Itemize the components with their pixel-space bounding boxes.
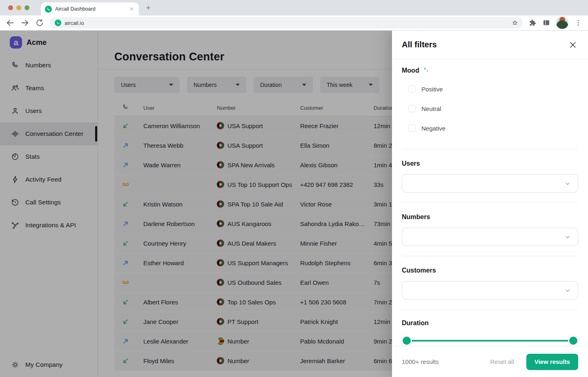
extensions-button[interactable]	[528, 19, 537, 27]
aircall-favicon-icon	[45, 6, 52, 13]
panel-body: Mood Positive Neutral Negative Users Num…	[392, 59, 588, 346]
aircall-favicon-icon	[55, 20, 61, 26]
chevron-down-icon	[564, 233, 571, 241]
window-zoom-button[interactable]	[24, 5, 29, 10]
numbers-filter-section: Numbers	[402, 202, 578, 256]
slider-handle-max[interactable]	[569, 337, 577, 345]
dropdown-sections: Users Numbers Customers	[402, 149, 578, 309]
mood-section-title: Mood	[402, 67, 419, 74]
duration-section-title: Duration	[402, 319, 578, 327]
tab-title: Aircall Dashboard	[55, 6, 125, 12]
mood-option-neutral[interactable]: Neutral	[402, 99, 578, 118]
sparkles-icon	[422, 67, 430, 74]
mood-filter-section: Mood Positive Neutral Negative	[402, 59, 578, 149]
browser-tab[interactable]: Aircall Dashboard	[41, 2, 139, 16]
mood-option-negative[interactable]: Negative	[402, 118, 578, 138]
numbers-select[interactable]	[402, 228, 578, 246]
users-section-title: Users	[402, 160, 578, 167]
slider-handle-min[interactable]	[403, 337, 411, 345]
window-close-button[interactable]	[8, 5, 13, 10]
results-count: 1000+ results	[402, 358, 490, 365]
checkbox[interactable]	[408, 105, 416, 112]
users-select[interactable]	[402, 174, 578, 193]
tab-close-icon[interactable]	[128, 6, 135, 12]
chevron-down-icon	[564, 287, 571, 294]
panel-header: All filters	[392, 31, 588, 59]
view-results-button[interactable]: View results	[526, 354, 578, 370]
duration-range-slider[interactable]	[407, 337, 573, 345]
checkbox[interactable]	[408, 124, 416, 132]
browser-toolbar: aircall.io	[0, 16, 588, 31]
url-text: aircall.io	[65, 20, 508, 26]
address-bar[interactable]: aircall.io	[50, 17, 523, 29]
mood-options: Positive Neutral Negative	[402, 79, 578, 138]
profile-avatar[interactable]	[556, 17, 568, 29]
forward-button[interactable]	[20, 18, 29, 27]
customers-filter-section: Customers	[402, 256, 578, 309]
slider-track[interactable]	[407, 340, 573, 342]
back-button[interactable]	[6, 18, 15, 27]
duration-filter-section: Duration	[402, 309, 578, 345]
side-panel-button[interactable]	[542, 19, 550, 27]
browser-chrome: Aircall Dashboard aircall.io	[0, 0, 588, 31]
panel-footer: 1000+ results Reset all View results	[392, 346, 588, 377]
new-tab-button[interactable]	[144, 3, 153, 12]
tab-strip: Aircall Dashboard	[0, 0, 588, 16]
mood-option-positive[interactable]: Positive	[402, 79, 578, 99]
customers-select[interactable]	[402, 281, 578, 299]
window-minimize-button[interactable]	[16, 5, 21, 10]
browser-menu-button[interactable]	[574, 19, 582, 27]
panel-close-button[interactable]	[568, 40, 577, 49]
reset-all-link[interactable]: Reset all	[490, 358, 514, 365]
all-filters-panel: All filters Mood Positive Neutral Negati…	[392, 31, 588, 377]
chevron-down-icon	[564, 180, 571, 187]
window-controls	[8, 5, 29, 10]
checkbox[interactable]	[408, 85, 416, 93]
reload-button[interactable]	[35, 18, 44, 27]
bookmark-button[interactable]	[511, 19, 519, 27]
panel-title: All filters	[402, 40, 437, 49]
users-filter-section: Users	[402, 149, 578, 202]
customers-section-title: Customers	[402, 267, 578, 274]
numbers-section-title: Numbers	[402, 213, 578, 221]
